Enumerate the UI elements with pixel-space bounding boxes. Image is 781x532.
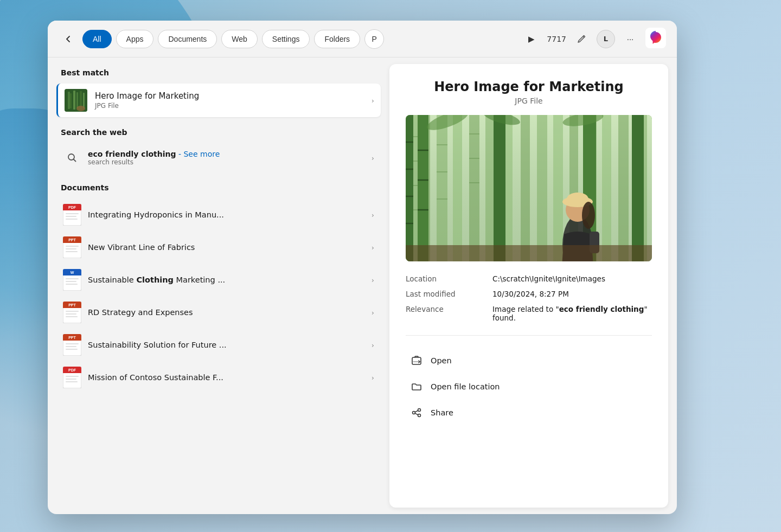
left-panel: Best match Hero Ima	[48, 57, 389, 514]
best-match-title: Hero Image for Marketing	[95, 91, 367, 101]
best-match-info: Hero Image for Marketing JPG File	[95, 91, 367, 110]
search-results-sub: search results	[88, 158, 361, 166]
svg-rect-43	[66, 346, 76, 347]
doc-chevron-5: ›	[372, 341, 374, 349]
search-web-label: Search the web	[56, 128, 381, 137]
tab-folders[interactable]: Folders	[314, 30, 360, 48]
doc-item-3[interactable]: W Sustainable Clothing Marketing ... ›	[56, 264, 381, 296]
pencil-button[interactable]	[572, 29, 591, 49]
word-icon-1: W	[63, 269, 81, 291]
search-window: All Apps Documents Web Settings Folders …	[48, 21, 677, 514]
last-modified-value: 10/30/2024, 8:27 PM	[492, 290, 652, 298]
doc-chevron-3: ›	[372, 276, 374, 284]
play-button[interactable]: ▶	[522, 29, 541, 49]
best-match-label: Best match	[56, 68, 381, 77]
svg-rect-28	[66, 278, 79, 279]
svg-rect-84	[632, 115, 644, 261]
detail-title: Hero Image for Marketing	[406, 79, 652, 94]
doc-item-4[interactable]: PPT RD Strategy and Expenses ›	[56, 296, 381, 329]
ppt-icon-1: PPT	[63, 236, 81, 258]
svg-rect-66	[602, 115, 611, 261]
svg-line-106	[415, 413, 418, 415]
doc-chevron-6: ›	[372, 374, 374, 382]
svg-text:W: W	[71, 271, 74, 274]
svg-rect-22	[66, 248, 76, 249]
top-bar: All Apps Documents Web Settings Folders …	[48, 21, 677, 57]
location-value: C:\scratch\Ignite\Ignite\Images	[492, 274, 652, 283]
svg-text:PDF: PDF	[68, 206, 76, 209]
svg-text:PDF: PDF	[68, 368, 76, 372]
doc-title-3: Sustainable Clothing Marketing ...	[88, 275, 361, 284]
location-label: Location	[406, 274, 482, 283]
search-web-section: eco friendly clothing - See more search …	[56, 143, 381, 172]
action-open[interactable]: Open	[406, 349, 652, 373]
tab-settings[interactable]: Settings	[262, 30, 310, 48]
svg-rect-58	[469, 115, 479, 261]
svg-rect-35	[66, 311, 79, 312]
svg-rect-21	[66, 246, 79, 247]
back-button[interactable]	[59, 29, 78, 49]
svg-point-8	[76, 106, 85, 111]
svg-rect-57	[453, 115, 462, 261]
user-avatar[interactable]: L	[597, 30, 615, 48]
content-area: Best match Hero Ima	[48, 57, 677, 514]
search-web-item[interactable]: eco friendly clothing - See more search …	[56, 143, 381, 172]
svg-rect-102	[412, 357, 421, 364]
relevance-label: Relevance	[406, 305, 482, 322]
doc-item-5[interactable]: PPT Sustainability Solution for Future .…	[56, 329, 381, 361]
svg-rect-4	[73, 91, 75, 110]
svg-rect-42	[66, 343, 79, 344]
play-icon: ▶	[528, 34, 535, 44]
ppt-icon-3: PPT	[63, 334, 81, 356]
doc-title-5: Sustainability Solution for Future ...	[88, 341, 361, 349]
svg-rect-51	[66, 381, 78, 382]
search-chevron-icon: ›	[372, 154, 374, 162]
action-share[interactable]: Share	[406, 401, 652, 425]
best-match-item[interactable]: Hero Image for Marketing JPG File ›	[56, 84, 381, 117]
action-open-location-label: Open file location	[431, 382, 500, 391]
doc-item-1[interactable]: PDF Integrating Hydroponics in Manu... ›	[56, 198, 381, 231]
svg-line-107	[415, 411, 418, 412]
tab-web[interactable]: Web	[221, 30, 258, 48]
share-icon	[410, 406, 423, 419]
doc-item-2[interactable]: PPT New Vibrant Line of Fabrics ›	[56, 231, 381, 264]
svg-rect-59	[485, 115, 494, 261]
svg-rect-14	[66, 213, 79, 214]
search-web-text: eco friendly clothing - See more	[88, 150, 361, 158]
doc-title-6: Mission of Contoso Sustainable F...	[88, 373, 361, 382]
doc-item-6[interactable]: PDF Mission of Contoso Sustainable F... …	[56, 361, 381, 394]
documents-label: Documents	[56, 183, 381, 192]
detail-subtitle: JPG File	[406, 97, 652, 105]
action-list: Open Open file location	[406, 349, 652, 425]
svg-rect-29	[66, 281, 76, 282]
doc-chevron-2: ›	[372, 243, 374, 252]
svg-rect-7	[83, 93, 85, 108]
right-panel: Hero Image for Marketing JPG File	[389, 64, 668, 508]
doc-title-4: RD Strategy and Expenses	[88, 308, 361, 317]
action-open-location[interactable]: Open file location	[406, 375, 652, 399]
svg-rect-82	[494, 115, 505, 261]
svg-rect-44	[66, 349, 78, 350]
tab-apps[interactable]: Apps	[116, 30, 154, 48]
copilot-button[interactable]	[645, 28, 666, 50]
svg-rect-30	[66, 284, 78, 285]
doc-title-2: New Vibrant Line of Fabrics	[88, 243, 361, 252]
doc-chevron-1: ›	[372, 211, 374, 219]
svg-rect-80	[406, 115, 413, 261]
tab-all[interactable]: All	[82, 30, 112, 48]
svg-text:PPT: PPT	[68, 238, 76, 242]
action-share-label: Share	[431, 408, 453, 417]
search-icon	[63, 149, 81, 167]
doc-chevron-4: ›	[372, 309, 374, 317]
svg-rect-56	[437, 115, 447, 261]
more-button[interactable]: ···	[620, 29, 640, 49]
tab-documents[interactable]: Documents	[158, 30, 217, 48]
tab-p[interactable]: P	[364, 29, 384, 49]
svg-rect-16	[66, 219, 78, 220]
svg-point-103	[418, 409, 421, 412]
open-icon	[410, 354, 423, 367]
ppt-icon-2: PPT	[63, 302, 81, 323]
detail-image	[406, 115, 652, 261]
svg-rect-36	[66, 313, 76, 315]
doc-title-1: Integrating Hydroponics in Manu...	[88, 210, 361, 219]
